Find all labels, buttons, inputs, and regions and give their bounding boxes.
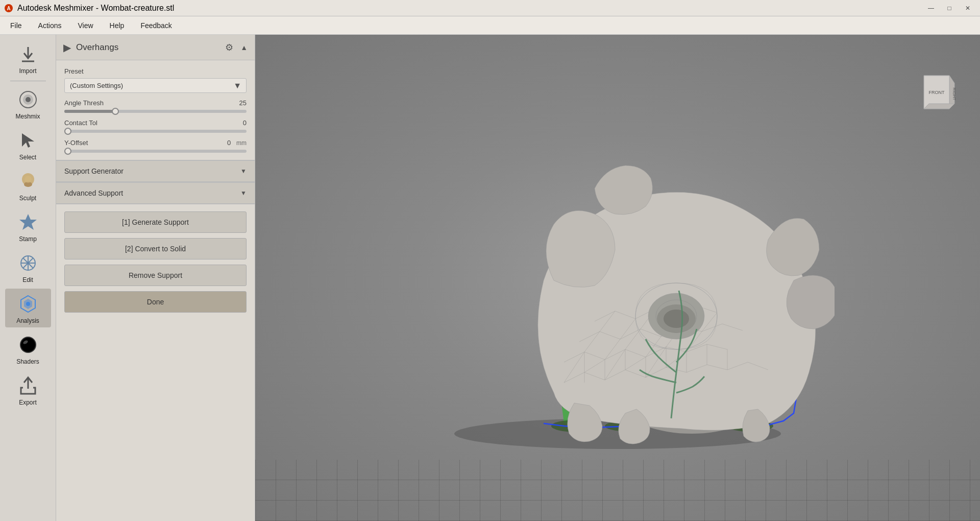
support-generator-section[interactable]: Support Generator ▼	[56, 160, 255, 182]
contact-tol-track[interactable]	[64, 130, 247, 133]
panel-title: Overhangs	[76, 42, 220, 53]
titlebar: A Autodesk Meshmixer - Wombat-creature.s…	[0, 0, 980, 16]
angle-thresh-fill	[64, 110, 115, 113]
tool-meshmix-label: Meshmix	[15, 113, 40, 120]
y-offset-unit: mm	[236, 139, 247, 147]
angle-thresh-thumb[interactable]	[112, 108, 119, 115]
panel-settings-icon[interactable]: ⚙	[225, 42, 233, 53]
tool-select-label: Select	[19, 154, 36, 161]
minimize-button[interactable]: —	[923, 3, 939, 13]
stamp-icon	[17, 211, 39, 233]
y-offset-label-row: Y-Offset 0 mm	[64, 139, 247, 147]
contact-tol-label: Contact Tol	[64, 119, 97, 127]
panel-collapse-icon[interactable]: ▲	[240, 43, 248, 52]
advanced-support-arrow-icon: ▼	[240, 190, 247, 197]
tool-shaders[interactable]: Shaders	[5, 329, 51, 368]
menu-file[interactable]: File	[2, 18, 30, 33]
menu-view[interactable]: View	[69, 18, 101, 33]
tool-import-label: Import	[19, 67, 36, 75]
panel-buttons: [1] Generate Support [2] Convert to Soli…	[56, 204, 255, 320]
panel: ▶ Overhangs ⚙ ▲ Preset (Custom Settings)…	[56, 35, 255, 521]
close-button[interactable]: ✕	[960, 3, 976, 13]
angle-thresh-track[interactable]	[64, 110, 247, 113]
support-generator-label: Support Generator	[64, 167, 124, 175]
panel-header: ▶ Overhangs ⚙ ▲	[56, 35, 255, 60]
select-icon	[17, 129, 39, 152]
y-offset-track[interactable]	[64, 150, 247, 153]
generate-support-button[interactable]: [1] Generate Support	[64, 211, 247, 233]
tool-import[interactable]: Import	[5, 39, 51, 78]
y-offset-section: Y-Offset 0 mm	[64, 139, 247, 153]
convert-to-solid-button[interactable]: [2] Convert to Solid	[64, 238, 247, 259]
support-generator-arrow-icon: ▼	[240, 168, 247, 175]
angle-thresh-value: 25	[239, 99, 247, 107]
tool-stamp-label: Stamp	[19, 235, 37, 243]
menu-feedback[interactable]: Feedback	[132, 18, 180, 33]
y-offset-thumb[interactable]	[64, 148, 71, 155]
panel-content: Preset (Custom Settings) Default Fine De…	[56, 60, 255, 160]
preset-label: Preset	[64, 67, 247, 75]
angle-thresh-label: Angle Thresh	[64, 99, 104, 107]
tool-shaders-label: Shaders	[16, 358, 39, 365]
y-offset-value: 0 mm	[227, 139, 247, 147]
svg-point-111	[664, 310, 689, 328]
tool-sculpt[interactable]: Sculpt	[5, 166, 51, 205]
preset-dropdown[interactable]: (Custom Settings) Default Fine Detail	[64, 78, 247, 93]
angle-thresh-section: Angle Thresh 25	[64, 99, 247, 113]
tool-analysis-label: Analysis	[16, 317, 39, 324]
y-offset-label: Y-Offset	[64, 139, 88, 147]
export-icon	[17, 374, 39, 397]
tool-edit-label: Edit	[22, 276, 33, 283]
viewport[interactable]: FRONT RIGHT	[255, 35, 980, 521]
main-area: Import Meshmix Select	[0, 35, 980, 521]
svg-text:A: A	[7, 6, 10, 11]
contact-tol-section: Contact Tol 0	[64, 119, 247, 133]
tool-select[interactable]: Select	[5, 125, 51, 164]
titlebar-left: A Autodesk Meshmixer - Wombat-creature.s…	[4, 4, 174, 13]
done-button[interactable]: Done	[64, 291, 247, 313]
tool-edit[interactable]: Edit	[5, 248, 51, 287]
svg-marker-7	[22, 133, 34, 148]
tool-sculpt-label: Sculpt	[19, 195, 36, 202]
panel-overhangs-icon: ▶	[63, 41, 71, 54]
analysis-icon	[17, 293, 39, 315]
shaders-icon	[17, 334, 39, 356]
svg-point-19	[26, 302, 30, 306]
svg-marker-11	[19, 214, 37, 230]
sculpt-icon	[17, 170, 39, 193]
tool-meshmix[interactable]: Meshmix	[5, 84, 51, 123]
titlebar-controls: — □ ✕	[923, 3, 976, 13]
edit-icon	[17, 252, 39, 274]
import-icon	[17, 43, 39, 65]
maximize-button[interactable]: □	[941, 3, 958, 13]
preset-section: Preset (Custom Settings) Default Fine De…	[64, 67, 247, 93]
svg-point-6	[26, 97, 31, 102]
menu-actions[interactable]: Actions	[30, 18, 70, 33]
toolbar-divider-1	[10, 81, 46, 81]
advanced-support-label: Advanced Support	[64, 189, 123, 197]
app-title: Autodesk Meshmixer - Wombat-creature.stl	[17, 4, 174, 13]
tool-export-label: Export	[19, 399, 37, 406]
contact-tol-value: 0	[243, 119, 247, 127]
model-container	[255, 35, 980, 521]
svg-point-10	[24, 176, 32, 183]
svg-point-21	[21, 338, 35, 352]
menu-help[interactable]: Help	[102, 18, 133, 33]
contact-tol-thumb[interactable]	[64, 128, 71, 135]
tool-analysis[interactable]: Analysis	[5, 289, 51, 327]
menubar: File Actions View Help Feedback	[0, 16, 980, 35]
app-logo-icon: A	[4, 4, 13, 13]
advanced-support-section[interactable]: Advanced Support ▼	[56, 182, 255, 204]
remove-support-button[interactable]: Remove Support	[64, 265, 247, 286]
preset-dropdown-container: (Custom Settings) Default Fine Detail ▼	[64, 78, 247, 93]
model-svg	[401, 86, 835, 469]
angle-thresh-label-row: Angle Thresh 25	[64, 99, 247, 107]
contact-tol-label-row: Contact Tol 0	[64, 119, 247, 127]
tool-export[interactable]: Export	[5, 370, 51, 409]
left-toolbar: Import Meshmix Select	[0, 35, 56, 521]
meshmix-icon	[17, 88, 39, 111]
tool-stamp[interactable]: Stamp	[5, 207, 51, 246]
